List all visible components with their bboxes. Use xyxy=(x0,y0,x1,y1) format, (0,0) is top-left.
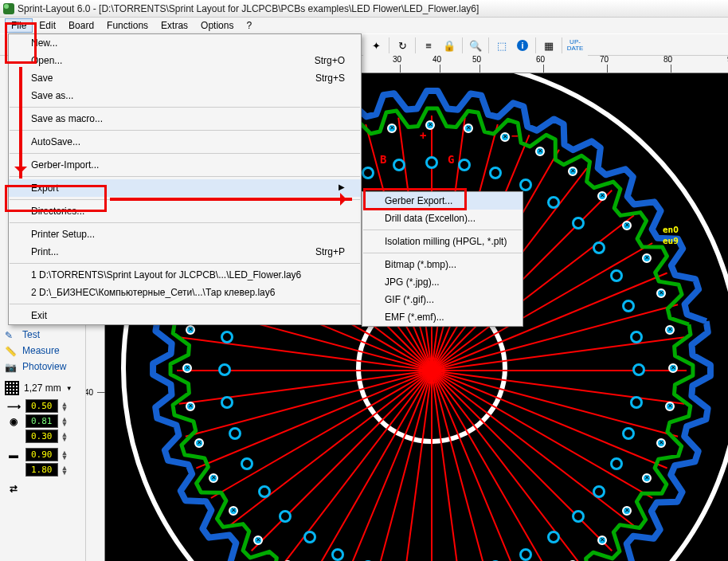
ruler-tick: 80 xyxy=(663,56,672,64)
menu-extras[interactable]: Extras xyxy=(155,18,194,33)
menu-savemacro[interactable]: Save as macro... xyxy=(9,110,361,128)
right-toolbar: ✦ ↻ ≡ 🔒 🔍 ⬚ i ▦ UP- DATE xyxy=(363,35,588,56)
menu-functions[interactable]: Functions xyxy=(100,18,155,33)
menu-save[interactable]: SaveStrg+S xyxy=(9,69,361,87)
menu-isolation-export[interactable]: Isolation milling (HPGL, *.plt) xyxy=(362,233,523,250)
menu-printersetup[interactable]: Printer Setup... xyxy=(9,226,361,243)
stepper-icon[interactable]: ▲▼ xyxy=(61,432,69,441)
grid-value: 1,27 mm xyxy=(24,382,61,394)
sidebar-test-label: Test xyxy=(22,329,40,340)
ruler-tick: 40 xyxy=(432,56,441,64)
menu-drill-export[interactable]: Drill data (Excellon)... xyxy=(362,210,523,227)
rotate-icon[interactable]: ↻ xyxy=(393,37,412,54)
sidebar-measure-label: Measure xyxy=(22,345,60,356)
menu-saveas[interactable]: Save as... xyxy=(9,87,361,104)
zoom-icon[interactable]: 🔍 xyxy=(466,37,485,54)
stepper-icon[interactable]: ▲▼ xyxy=(61,450,69,460)
measure-icon: 📏 xyxy=(5,346,18,355)
test-icon: ✎ xyxy=(5,330,18,339)
file-menu-dropdown[interactable]: New... Open...Strg+O SaveStrg+S Save as.… xyxy=(8,33,362,325)
grid-control[interactable]: 1,27 mm ▼ xyxy=(0,375,85,398)
menu-print[interactable]: Print...Strg+P xyxy=(9,243,361,261)
menu-gerberimport[interactable]: Gerber-Import... xyxy=(9,156,361,174)
pad-outer-row[interactable]: ◉ 0.81 ▲▼ xyxy=(0,414,85,429)
select-icon[interactable]: ⬚ xyxy=(492,37,511,54)
menu-emf-export[interactable]: EMF (*.emf)... xyxy=(362,308,523,326)
sidebar-photoview[interactable]: 📷 Photoview xyxy=(0,359,85,375)
menu-options[interactable]: Options xyxy=(194,18,240,33)
lock-icon[interactable]: 🔒 xyxy=(440,37,459,54)
trace-width-row[interactable]: ⟶ 0.50 ▲▼ xyxy=(0,398,85,414)
menu-open[interactable]: Open...Strg+O xyxy=(9,52,361,69)
window-title: Sprint-Layout 6.0 - [D:\TORRENTS\Sprint … xyxy=(18,3,479,14)
stepper-icon[interactable]: ▲▼ xyxy=(61,417,69,426)
pattern-icon[interactable]: ▦ xyxy=(539,37,558,54)
chevron-down-icon[interactable]: ▼ xyxy=(66,385,72,392)
pad-inner-value: 0.30 xyxy=(25,430,58,443)
submenu-arrow-icon: ▶ xyxy=(339,182,345,194)
info-icon[interactable]: i xyxy=(513,37,532,54)
smd-icon: ▬ xyxy=(5,449,22,461)
titlebar: Sprint-Layout 6.0 - [D:\TORRENTS\Sprint … xyxy=(0,0,728,18)
smd-width-row[interactable]: ▬ 0.90 ▲▼ xyxy=(0,447,85,462)
annotation-arrow-down xyxy=(19,67,22,178)
menu-bmp-export[interactable]: Bitmap (*.bmp)... xyxy=(362,256,523,273)
menu-recent-2[interactable]: 2 D:\_БИЗНЕС\Компьютерные_Сети\...\Тар к… xyxy=(9,284,361,301)
menu-help[interactable]: ? xyxy=(240,18,258,33)
menu-recent-1[interactable]: 1 D:\TORRENTS\Sprint Layout for JLCPCB\.… xyxy=(9,266,361,284)
pad-outer-value: 0.81 xyxy=(25,414,58,428)
menubar[interactable]: File Edit Board Functions Extras Options… xyxy=(0,18,728,33)
app-icon xyxy=(3,3,14,14)
trace-width-icon: ⟶ xyxy=(5,401,22,412)
pad-icon: ◉ xyxy=(5,416,22,427)
smd-height-row[interactable]: 1.80 ▲▼ xyxy=(0,462,85,477)
annotation-box-3 xyxy=(363,188,467,210)
update-button[interactable]: UP- DATE xyxy=(566,37,585,54)
silk-plus: + xyxy=(420,129,426,142)
menu-edit[interactable]: Edit xyxy=(33,18,62,33)
silk-label: eu9 xyxy=(663,236,679,246)
swap-row[interactable]: ⇄ xyxy=(0,482,85,495)
pad-inner-row[interactable]: 0.30 ▲▼ xyxy=(0,429,85,444)
menu-board[interactable]: Board xyxy=(62,18,100,33)
menu-new[interactable]: New... xyxy=(9,34,361,52)
sidebar-measure[interactable]: 📏 Measure xyxy=(0,343,85,359)
stepper-icon[interactable]: ▲▼ xyxy=(61,465,69,475)
silk-text: B xyxy=(380,153,386,166)
annotation-box-1 xyxy=(5,22,37,64)
menu-gif-export[interactable]: GIF (*.gif)... xyxy=(362,291,523,308)
grid-icon xyxy=(5,381,19,395)
sidebar-test[interactable]: ✎ Test xyxy=(0,327,85,343)
menu-exit[interactable]: Exit xyxy=(9,307,361,324)
camera-icon: 📷 xyxy=(5,362,18,371)
trace-width-value: 0.50 xyxy=(25,399,58,413)
tool-icon-1[interactable]: ✦ xyxy=(366,37,386,54)
ruler-tick: 40 xyxy=(86,388,93,397)
annotation-box-2 xyxy=(5,185,107,212)
silk-minus: − xyxy=(511,129,518,142)
smd-height-value: 1.80 xyxy=(25,463,58,477)
align-icon[interactable]: ≡ xyxy=(419,37,438,54)
menu-autosave[interactable]: AutoSave... xyxy=(9,133,361,151)
smd-width-value: 0.90 xyxy=(25,448,58,461)
annotation-arrow-right xyxy=(110,198,352,201)
export-submenu[interactable]: Gerber Export... Drill data (Excellon)..… xyxy=(362,191,523,327)
stepper-icon[interactable]: ▲▼ xyxy=(61,402,69,411)
ruler-tick: 60 xyxy=(536,56,545,64)
menu-jpg-export[interactable]: JPG (*.jpg)... xyxy=(362,273,523,291)
silk-label: enO xyxy=(663,225,679,235)
swap-icon: ⇄ xyxy=(5,483,22,494)
sidebar-photoview-label: Photoview xyxy=(22,361,66,372)
silk-text: G xyxy=(448,153,454,166)
ruler-tick: 30 xyxy=(393,56,401,64)
ruler-tick: 70 xyxy=(600,56,609,64)
ruler-tick: 50 xyxy=(472,56,481,64)
